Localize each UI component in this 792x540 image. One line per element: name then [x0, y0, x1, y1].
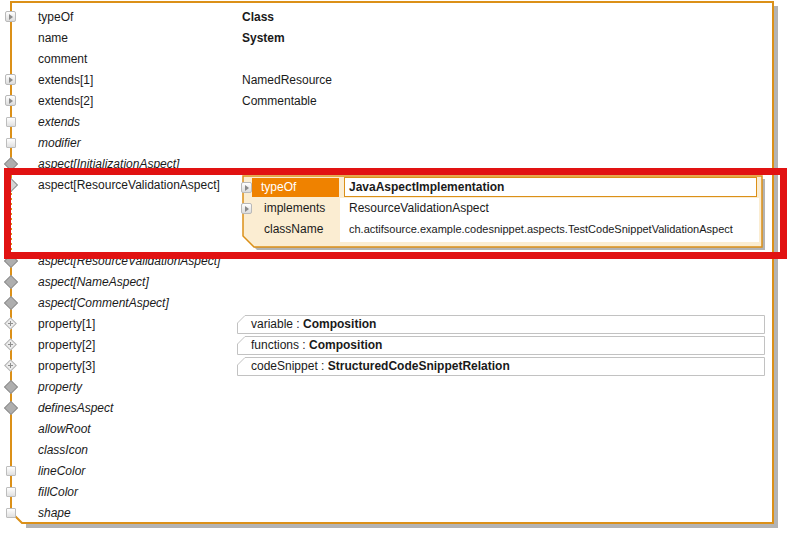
property-box-text-1[interactable]: variable : Composition [251, 314, 376, 334]
property-value[interactable]: Commentable [242, 91, 317, 111]
expand-icon[interactable] [5, 74, 16, 85]
resource-editor-canvas: typeOf Class name System comment extends… [0, 0, 792, 540]
property-label[interactable]: extends [38, 112, 80, 132]
panel-classname-value[interactable]: ch.actifsource.example.codesnippet.aspec… [349, 220, 733, 239]
empty-attribute-icon[interactable] [6, 466, 16, 476]
property-label[interactable]: aspect[NameAspect] [38, 272, 149, 292]
empty-attribute-icon[interactable] [6, 138, 16, 148]
aspect-diamond-icon[interactable] [4, 157, 18, 171]
tree-row-linecolor[interactable]: lineColor [0, 461, 792, 481]
property-label[interactable]: aspect[CommentAspect] [38, 293, 169, 313]
property-label[interactable]: shape [38, 503, 71, 523]
panel-property-label[interactable]: typeOf [261, 178, 296, 197]
property-label[interactable]: lineColor [38, 461, 85, 481]
tree-row-property[interactable]: property [0, 377, 792, 397]
property-value[interactable]: Class [242, 7, 274, 27]
property-diamond-plus-icon[interactable] [5, 360, 16, 371]
tree-row-aspect-resourcevalidation[interactable]: aspect[ResourceValidationAspect] [0, 251, 792, 271]
tree-layer: typeOf Class name System comment extends… [0, 0, 792, 540]
aspect-diamond-icon[interactable] [4, 254, 18, 268]
tree-row-aspect-name[interactable]: aspect[NameAspect] [0, 272, 792, 292]
property-label[interactable]: extends[1] [38, 70, 93, 90]
property-diamond-plus-icon[interactable] [5, 318, 16, 329]
property-label[interactable]: definesAspect [38, 398, 113, 418]
property-label[interactable]: property[2] [38, 335, 95, 355]
expand-icon[interactable] [5, 95, 16, 106]
empty-attribute-icon[interactable] [6, 508, 16, 518]
property-label[interactable]: fillColor [38, 482, 78, 502]
aspect-diamond-icon[interactable] [4, 178, 18, 192]
property-label[interactable]: aspect[ResourceValidationAspect] [38, 175, 220, 195]
relation-type: Composition [303, 317, 376, 331]
tree-row-aspect-comment[interactable]: aspect[CommentAspect] [0, 293, 792, 313]
expand-icon[interactable] [5, 11, 16, 22]
relation-name: codeSnippet [251, 359, 318, 373]
property-label[interactable]: typeOf [38, 7, 73, 27]
property-label[interactable]: extends[2] [38, 91, 93, 111]
property-label[interactable]: property[3] [38, 356, 95, 376]
panel-property-label[interactable]: implements [264, 199, 325, 218]
tree-row-definesaspect[interactable]: definesAspect [0, 398, 792, 418]
aspect-diamond-icon[interactable] [4, 296, 18, 310]
property-label[interactable]: allowRoot [38, 419, 91, 439]
relation-type: Composition [309, 338, 382, 352]
tree-row-aspect-initialization[interactable]: aspect[InitializationAspect] [0, 154, 792, 174]
property-box-text-2[interactable]: functions : Composition [251, 335, 382, 355]
property-label[interactable]: property[1] [38, 314, 95, 334]
panel-property-label[interactable]: className [264, 220, 323, 239]
empty-attribute-icon[interactable] [6, 117, 16, 127]
relation-separator: : [318, 359, 328, 373]
tree-row-property-1[interactable]: property[1] [0, 314, 792, 334]
property-label[interactable]: property [38, 377, 82, 397]
property-value[interactable]: System [242, 28, 285, 48]
empty-attribute-icon[interactable] [6, 487, 16, 497]
tree-row-fillcolor[interactable]: fillColor [0, 482, 792, 502]
tree-row-typeof[interactable]: typeOf Class [0, 7, 792, 27]
relation-type: StructuredCodeSnippetRelation [328, 359, 510, 373]
property-box-text-3[interactable]: codeSnippet : StructuredCodeSnippetRelat… [251, 356, 510, 376]
property-diamond-plus-icon[interactable] [5, 339, 16, 350]
relation-name: functions [251, 338, 299, 352]
property-value[interactable]: NamedResource [242, 70, 332, 90]
tree-row-classicon[interactable]: classIcon [0, 440, 792, 460]
relation-separator: : [293, 317, 303, 331]
tree-row-property-2[interactable]: property[2] [0, 335, 792, 355]
tree-row-shape[interactable]: shape [0, 503, 792, 523]
panel-implements-value[interactable]: ResourceValidationAspect [349, 199, 489, 218]
property-label[interactable]: name [38, 28, 68, 48]
property-label[interactable]: aspect[ResourceValidationAspect] [38, 251, 220, 271]
aspect-diamond-icon[interactable] [4, 275, 18, 289]
tree-row-comment[interactable]: comment [0, 49, 792, 69]
relation-name: variable [251, 317, 293, 331]
relation-separator: : [299, 338, 309, 352]
property-label[interactable]: modifier [38, 133, 81, 153]
tree-row-modifier[interactable]: modifier [0, 133, 792, 153]
aspect-diamond-icon[interactable] [4, 380, 18, 394]
expand-icon[interactable] [241, 203, 252, 214]
tree-row-name[interactable]: name System [0, 28, 792, 48]
property-label[interactable]: comment [38, 49, 87, 69]
aspect-diamond-icon[interactable] [4, 401, 18, 415]
property-label[interactable]: classIcon [38, 440, 88, 460]
tree-row-extends[interactable]: extends [0, 112, 792, 132]
tree-row-allowroot[interactable]: allowRoot [0, 419, 792, 439]
property-label[interactable]: aspect[InitializationAspect] [38, 154, 179, 174]
tree-row-extends-2[interactable]: extends[2] Commentable [0, 91, 792, 111]
expand-icon[interactable] [241, 182, 252, 193]
tree-row-extends-1[interactable]: extends[1] NamedResource [0, 70, 792, 90]
panel-typeof-value[interactable]: JavaAspectImplementation [349, 178, 504, 197]
